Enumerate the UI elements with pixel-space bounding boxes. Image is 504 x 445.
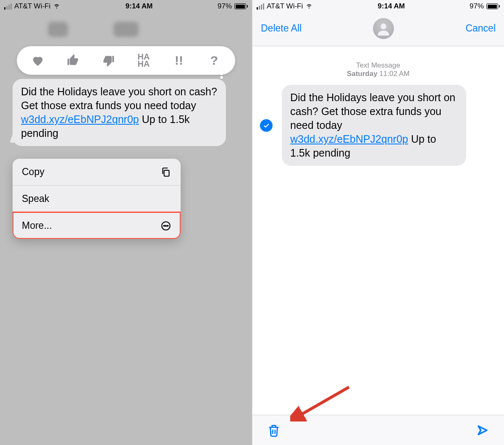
haha-icon[interactable]: HAHA: [134, 51, 153, 70]
svg-point-5: [381, 24, 386, 29]
svg-point-2: [164, 225, 165, 226]
wifi-icon: [53, 2, 60, 11]
message-meta: Text Message Saturday 11:02 AM: [252, 61, 504, 78]
cellular-signal-icon: [4, 3, 12, 10]
thumbs-down-icon[interactable]: [99, 51, 118, 70]
blurred-nav-header: [0, 13, 252, 46]
menu-speak-label: Speak: [22, 193, 49, 204]
question-icon[interactable]: ?: [205, 51, 223, 70]
heart-icon[interactable]: [29, 51, 47, 70]
cancel-button[interactable]: Cancel: [465, 23, 496, 34]
carrier-label: AT&T Wi-Fi: [14, 2, 50, 10]
screen-select-mode: AT&T Wi-Fi 9:14 AM 97% Delete All Cancel…: [252, 0, 504, 445]
copy-icon: [160, 167, 171, 178]
wifi-icon: [305, 2, 313, 11]
menu-more[interactable]: More...: [13, 212, 181, 239]
thumbs-up-icon[interactable]: [64, 51, 82, 70]
status-bar: AT&T Wi-Fi 9:14 AM 97%: [0, 0, 252, 13]
battery-pct: 97%: [218, 2, 232, 10]
battery-icon: [486, 3, 500, 9]
message-time: 11:02 AM: [379, 70, 410, 78]
screen-context-menu: AT&T Wi-Fi 9:14 AM 97%: [0, 0, 252, 445]
message-link[interactable]: w3dd.xyz/eEbNPJ2qnr0p: [290, 133, 408, 145]
battery-icon: [234, 3, 248, 9]
carrier-label: AT&T Wi-Fi: [267, 2, 303, 10]
message-bubble[interactable]: Did the Holidays leave you short on cash…: [282, 85, 466, 166]
status-time: 9:14 AM: [126, 2, 153, 10]
svg-point-4: [167, 225, 168, 226]
edit-toolbar: [252, 415, 504, 445]
selection-check-icon[interactable]: [260, 119, 273, 132]
message-text-1: Did the Holidays leave you short on cash…: [21, 86, 217, 111]
menu-more-label: More...: [22, 220, 52, 231]
menu-copy-label: Copy: [22, 166, 45, 178]
message-text-1: Did the Holidays leave you short on cash…: [290, 92, 455, 131]
battery-pct: 97%: [470, 2, 484, 10]
menu-copy[interactable]: Copy: [13, 159, 181, 185]
message-link[interactable]: w3dd.xyz/eEbNPJ2qnr0p: [21, 113, 139, 125]
status-time: 9:14 AM: [378, 2, 405, 10]
edit-mode-header: Delete All Cancel: [252, 13, 504, 46]
message-bubble[interactable]: Did the Holidays leave you short on cash…: [13, 79, 226, 146]
message-day: Saturday: [347, 70, 378, 78]
share-icon[interactable]: [475, 423, 490, 437]
status-bar: AT&T Wi-Fi 9:14 AM 97%: [252, 0, 504, 13]
menu-speak[interactable]: Speak: [13, 185, 181, 212]
svg-point-3: [165, 225, 166, 226]
svg-rect-0: [164, 170, 169, 176]
context-menu: Copy Speak More...: [13, 159, 181, 239]
delete-all-button[interactable]: Delete All: [261, 23, 302, 34]
exclaim-icon[interactable]: !!: [170, 51, 188, 70]
cellular-signal-icon: [257, 3, 264, 10]
trash-icon[interactable]: [267, 423, 281, 437]
more-icon: [160, 220, 171, 231]
selectable-message-row[interactable]: Did the Holidays leave you short on cash…: [252, 78, 504, 166]
tapback-reactions: HAHA !! ?: [0, 46, 252, 75]
message-type-label: Text Message: [252, 61, 504, 70]
contact-avatar[interactable]: [373, 18, 394, 39]
